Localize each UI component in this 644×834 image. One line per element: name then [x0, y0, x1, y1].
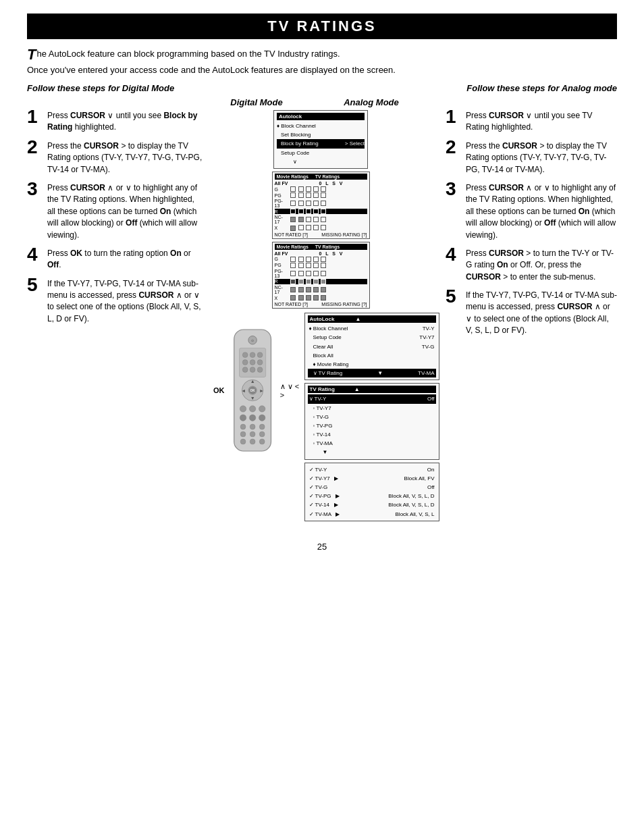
svg-text:OK: OK — [250, 390, 255, 393]
svg-point-34 — [250, 439, 255, 444]
svg-point-8 — [250, 360, 255, 365]
svg-point-29 — [259, 424, 265, 429]
intro-text: The AutoLock feature can block programmi… — [27, 47, 617, 61]
svg-point-21 — [240, 406, 246, 412]
remote-svg: ⊙ — [226, 313, 279, 468]
digital-step-5: 5 If the TV-Y7, TV-PG, TV-14 or TV-MA su… — [27, 278, 203, 325]
arrow-labels: ∧ ∨ < > — [280, 382, 300, 399]
page-title: TV RATINGS — [27, 14, 617, 39]
digital-step-3: 3 Press CURSOR ∧ or ∨ to highlight any o… — [27, 182, 203, 241]
page-number: 25 — [27, 542, 617, 552]
digital-step-4: 4 Press OK to turn the rating option On … — [27, 248, 203, 271]
svg-text:⊙: ⊙ — [251, 338, 254, 342]
intro-line1: he AutoLock feature can block programmin… — [36, 49, 340, 59]
ok-label: OK — [213, 386, 225, 394]
svg-point-7 — [242, 360, 248, 365]
intro-line2: Once you've entered your access code and… — [27, 63, 617, 77]
svg-point-22 — [249, 406, 255, 412]
digital-mode-heading: Follow these steps for Digital Mode — [27, 83, 203, 93]
analog-step-1: 1 Press CURSOR ∨ until you see TV Rating… — [446, 110, 617, 134]
svg-point-28 — [250, 424, 255, 429]
svg-text:▼: ▼ — [250, 396, 254, 400]
digital-mode-label: Digital Mode — [203, 97, 311, 107]
digital-step-1: 1 Press CURSOR ∨ until you see Block by … — [27, 110, 203, 134]
main-content: 1 Press CURSOR ∨ until you see Block by … — [27, 110, 617, 521]
digital-screen-1: Autolock ♦ Block Channel Set Blocking Bl… — [273, 110, 368, 169]
svg-point-31 — [250, 432, 255, 437]
page: TV RATINGS The AutoLock feature can bloc… — [0, 0, 644, 834]
analog-screen-1: AutoLock ▲ ♦ Block ChannelTV-Y Setup Cod… — [304, 313, 439, 380]
analog-mode-heading: Follow these steps for Analog mode — [203, 83, 617, 93]
remote-analog-row: OK ⊙ — [213, 313, 428, 521]
svg-text:►: ► — [259, 388, 263, 393]
svg-point-26 — [259, 415, 265, 421]
analog-steps-section: 1 Press CURSOR ∨ until you see TV Rating… — [439, 110, 617, 521]
svg-point-9 — [257, 360, 263, 365]
analog-step-2: 2 Press the CURSOR > to display the TV R… — [446, 140, 617, 176]
svg-point-30 — [240, 432, 246, 437]
digital-step-2: 2 Press the CURSOR > to display the TV R… — [27, 140, 203, 176]
analog-screens: AutoLock ▲ ♦ Block ChannelTV-Y Setup Cod… — [304, 313, 439, 521]
svg-point-23 — [259, 406, 265, 412]
digital-steps-section: 1 Press CURSOR ∨ until you see Block by … — [27, 110, 203, 521]
svg-point-24 — [240, 415, 246, 421]
diagram-section: Autolock ♦ Block Channel Set Blocking Bl… — [209, 110, 432, 521]
svg-point-25 — [249, 415, 255, 421]
svg-text:▲: ▲ — [250, 379, 254, 384]
digital-screen-2: Movie Ratings TV Ratings All FV 0 L S V … — [272, 172, 370, 239]
analog-mode-label: Analog Mode — [311, 97, 432, 107]
analog-screen-3: ✓ TV-YOn ✓ TV-Y7 ▶Block All, FV ✓ TV-GOf… — [304, 463, 439, 521]
remote-area: OK ⊙ — [213, 313, 300, 468]
analog-step-5: 5 If the TV-Y7, TV-PG, TV-14 or TV-MA su… — [446, 290, 617, 337]
analog-step-4: 4 Press CURSOR > to turn the TV-Y or TV-… — [446, 248, 617, 283]
analog-screen-2: TV Rating ▲ ∨ TV-YOff ◦ TV-Y7 ◦ TV-G ◦ T… — [304, 383, 439, 459]
svg-point-11 — [250, 367, 255, 373]
svg-point-27 — [240, 424, 246, 429]
svg-point-4 — [242, 353, 248, 358]
svg-point-5 — [250, 353, 255, 358]
svg-text:◄: ◄ — [241, 388, 246, 393]
svg-point-12 — [257, 367, 263, 373]
svg-point-6 — [257, 353, 263, 358]
svg-point-35 — [259, 439, 265, 444]
digital-screen-3: Movie Ratings TV Ratings All FV 0 L S V … — [272, 242, 370, 309]
svg-point-10 — [242, 367, 248, 373]
svg-point-33 — [240, 439, 246, 444]
analog-step-3: 3 Press CURSOR ∧ or ∨ to highlight any o… — [446, 182, 617, 241]
drop-cap: T — [27, 47, 36, 62]
svg-point-32 — [259, 432, 265, 437]
